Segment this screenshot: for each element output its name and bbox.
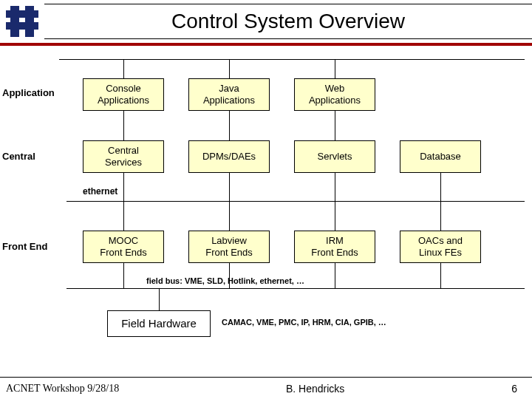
box-label: Field Hardware bbox=[121, 317, 197, 331]
box-label: Web Applications bbox=[309, 83, 361, 107]
box-labview-frontends: Labview Front Ends bbox=[188, 231, 270, 263]
connector-line bbox=[229, 201, 230, 231]
box-label: IRM Front Ends bbox=[311, 235, 358, 259]
box-irm-frontends: IRM Front Ends bbox=[294, 231, 375, 263]
row-label-application: Application bbox=[2, 87, 55, 98]
box-label: Central Services bbox=[105, 145, 142, 169]
connector-line bbox=[229, 59, 230, 78]
connector-line bbox=[123, 173, 124, 201]
box-label: Java Applications bbox=[203, 83, 255, 107]
connector-line bbox=[123, 111, 124, 140]
accent-line bbox=[0, 43, 532, 46]
box-label: DPMs/DAEs bbox=[202, 151, 256, 163]
box-dpms-daes: DPMs/DAEs bbox=[188, 140, 270, 173]
footer-left: ACNET Workshop 9/28/18 bbox=[0, 383, 119, 395]
box-label: Labview Front Ends bbox=[205, 235, 253, 259]
slide-title: Control System Overview bbox=[44, 4, 532, 39]
connector-line bbox=[159, 288, 160, 310]
box-label: MOOC Front Ends bbox=[100, 235, 147, 259]
connector-line bbox=[229, 173, 230, 201]
label-ethernet: ethernet bbox=[83, 186, 117, 197]
box-oacs-linux-fes: OACs and Linux FEs bbox=[400, 231, 481, 263]
slide-footer: ACNET Workshop 9/28/18 B. Hendricks 6 bbox=[0, 377, 532, 399]
svg-rect-0 bbox=[0, 0, 44, 43]
bus-line-field bbox=[66, 288, 525, 289]
box-database: Database bbox=[400, 140, 481, 173]
note-camac: CAMAC, VME, PMC, IP, HRM, CIA, GPIB, … bbox=[222, 318, 386, 327]
connector-line bbox=[123, 59, 124, 78]
box-label: Console Applications bbox=[98, 83, 149, 107]
box-label: Servlets bbox=[318, 151, 352, 163]
connector-line bbox=[123, 263, 124, 288]
row-label-frontend: Front End bbox=[2, 241, 47, 252]
connector-line bbox=[229, 111, 230, 140]
connector-line bbox=[335, 263, 335, 288]
connector-line bbox=[440, 263, 441, 288]
bus-line-app bbox=[59, 59, 525, 60]
box-central-services: Central Services bbox=[83, 140, 164, 173]
bus-line-ethernet bbox=[66, 201, 525, 202]
box-java-applications: Java Applications bbox=[188, 78, 270, 111]
svg-rect-4 bbox=[6, 22, 38, 30]
note-field-bus: field bus: VME, SLD, Hotlink, ethernet, … bbox=[146, 276, 304, 285]
box-label: OACs and Linux FEs bbox=[418, 235, 463, 259]
connector-line bbox=[335, 201, 335, 231]
connector-line bbox=[335, 111, 335, 140]
connector-line bbox=[335, 173, 335, 201]
footer-right: 6 bbox=[511, 383, 532, 395]
slide-header: Control System Overview bbox=[0, 0, 532, 43]
box-label: Database bbox=[420, 151, 461, 163]
footer-center: B. Hendricks bbox=[119, 383, 511, 395]
box-mooc-frontends: MOOC Front Ends bbox=[83, 231, 164, 263]
row-label-central: Central bbox=[2, 151, 35, 162]
connector-line bbox=[440, 201, 441, 231]
box-servlets: Servlets bbox=[294, 140, 375, 173]
diagram-stage: Application Console Applications Java Ap… bbox=[0, 49, 532, 377]
svg-rect-3 bbox=[6, 10, 38, 18]
connector-line bbox=[440, 173, 441, 201]
connector-line bbox=[123, 201, 124, 231]
box-web-applications: Web Applications bbox=[294, 78, 375, 111]
box-field-hardware: Field Hardware bbox=[107, 310, 211, 337]
fermilab-logo bbox=[0, 0, 44, 43]
connector-line bbox=[335, 59, 335, 78]
box-console-applications: Console Applications bbox=[83, 78, 164, 111]
